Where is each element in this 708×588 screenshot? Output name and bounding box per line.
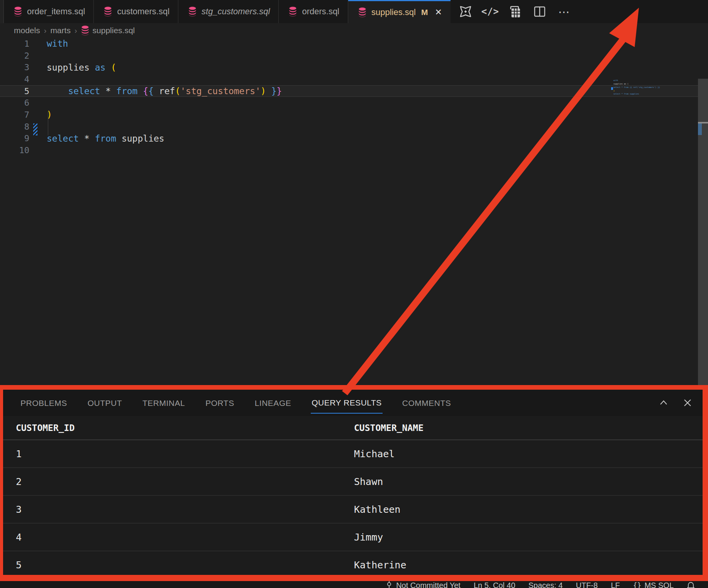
panel-tab-lineage[interactable]: LINEAGE xyxy=(254,392,292,413)
status-item-ms-sql[interactable]: {}MS SQL xyxy=(633,581,674,588)
panel-collapse-icon[interactable] xyxy=(659,398,669,408)
panel-tab-terminal[interactable]: TERMINAL xyxy=(142,392,186,413)
editor-actions: </>⋯ xyxy=(458,0,579,23)
code-line-9[interactable]: 9select * from supplies xyxy=(0,133,708,145)
breadcrumb-item-supplies[interactable]: supplies.sql xyxy=(81,25,135,35)
table-cell: 2 xyxy=(3,468,354,495)
database-icon xyxy=(188,7,196,17)
panel-tab-comments[interactable]: COMMENTS xyxy=(401,392,452,413)
editor-tab-supplies[interactable]: supplies.sqlM✕ xyxy=(348,0,451,23)
panel-actions xyxy=(659,390,693,416)
line-number: 2 xyxy=(0,51,29,61)
table-row[interactable]: 3Kathleen xyxy=(3,495,703,523)
line-number: 1 xyxy=(0,39,29,49)
line-content: select * from {{ ref('stg_customers') }} xyxy=(47,86,282,96)
line-number: 9 xyxy=(0,133,29,143)
editor-tabs: order_items.sql customers.sql stg_custom… xyxy=(4,0,451,23)
panel-tab-output[interactable]: OUTPUT xyxy=(87,392,123,413)
compiled-code-icon[interactable]: </> xyxy=(483,4,498,19)
database-icon xyxy=(14,7,22,17)
database-icon xyxy=(358,7,366,17)
more-actions-icon[interactable]: ⋯ xyxy=(557,4,572,19)
table-row[interactable]: 1Michael xyxy=(3,440,703,468)
code-line-8[interactable]: 8 xyxy=(0,121,708,133)
table-row[interactable]: 2Shawn xyxy=(3,468,703,495)
minimap[interactable]: withsupplies as (select * from {{ ref('s… xyxy=(611,79,696,103)
table-row[interactable]: 4Jimmy xyxy=(3,523,703,551)
line-number: 7 xyxy=(0,110,29,120)
breadcrumb-item-marts[interactable]: marts xyxy=(50,26,71,35)
database-icon xyxy=(104,7,112,17)
code-line-3[interactable]: 3supplies as ( xyxy=(0,61,708,73)
code-line-2[interactable]: 2 xyxy=(0,50,708,62)
code-line-7[interactable]: 7) xyxy=(0,109,708,121)
status-label: LF xyxy=(611,581,620,588)
code-line-4[interactable]: 4 xyxy=(0,73,708,85)
breadcrumb-separator: › xyxy=(44,26,47,35)
panel-tab-bar: PROBLEMSOUTPUTTERMINALPORTSLINEAGEQUERY … xyxy=(3,390,703,416)
code-line-10[interactable]: 10 xyxy=(0,144,708,156)
status-item-ln-5-col-40[interactable]: Ln 5, Col 40 xyxy=(474,581,515,588)
line-content: with xyxy=(47,39,68,49)
status-label: Ln 5, Col 40 xyxy=(474,581,515,588)
results-column-header: CUSTOMER_ID xyxy=(3,416,354,440)
minimap-line: select * from supplies xyxy=(613,93,639,95)
editor-tab-bar: order_items.sql customers.sql stg_custom… xyxy=(0,0,708,23)
breadcrumb-separator: › xyxy=(75,26,77,35)
table-cell: Kathleen xyxy=(354,495,703,523)
database-icon xyxy=(81,25,89,35)
status-item-spaces-4[interactable]: Spaces: 4 xyxy=(528,581,563,588)
modified-line-gutter-marker xyxy=(33,123,37,135)
panel-close-icon[interactable] xyxy=(683,398,693,408)
minimap-line: ) xyxy=(613,90,615,91)
results-header-row: CUSTOMER_IDCUSTOMER_NAME xyxy=(3,416,703,440)
results-column-header: CUSTOMER_NAME xyxy=(354,416,703,440)
split-editor-icon[interactable] xyxy=(532,4,547,19)
table-row[interactable]: 5Katherine xyxy=(3,551,703,575)
results-table: CUSTOMER_IDCUSTOMER_NAME 1Michael2Shawn3… xyxy=(3,416,703,575)
panel-tab-problems[interactable]: PROBLEMS xyxy=(20,392,68,413)
editor-tab-order_items[interactable]: order_items.sql xyxy=(4,0,94,23)
status-item-bell[interactable] xyxy=(687,581,695,588)
database-icon xyxy=(289,7,297,17)
code-editor[interactable]: 1with23supplies as (45 select * from {{ … xyxy=(0,38,708,385)
line-content: select * from supplies xyxy=(47,133,164,144)
line-number: 4 xyxy=(0,74,29,84)
status-item-utf-8[interactable]: UTF-8 xyxy=(576,581,598,588)
status-item-not-committed-yet[interactable]: Not Committed Yet xyxy=(385,581,461,588)
line-number: 5 xyxy=(0,86,29,96)
breadcrumb-item-models[interactable]: models xyxy=(14,26,40,35)
status-label: Not Committed Yet xyxy=(396,581,461,588)
status-item-lf[interactable]: LF xyxy=(611,581,620,588)
minimap-line: select * from {{ ref('stg_customers') }} xyxy=(613,86,660,88)
dbt-icon[interactable] xyxy=(458,4,473,19)
close-tab-icon[interactable]: ✕ xyxy=(435,7,442,17)
status-label: UTF-8 xyxy=(576,581,598,588)
panel-tab-ports[interactable]: PORTS xyxy=(205,392,235,413)
indent-guide xyxy=(48,111,48,135)
modified-badge: M xyxy=(421,8,428,17)
editor-tab-customers[interactable]: customers.sql xyxy=(94,0,178,23)
code-line-1[interactable]: 1with xyxy=(0,38,708,50)
line-number: 10 xyxy=(0,145,29,155)
vscode-window: order_items.sql customers.sql stg_custom… xyxy=(0,0,708,588)
editor-tab-orders[interactable]: orders.sql xyxy=(279,0,348,23)
tab-label: stg_customers.sql xyxy=(202,7,270,17)
table-cell: Jimmy xyxy=(354,523,703,551)
status-label: Spaces: 4 xyxy=(528,581,563,588)
breadcrumb-label: models xyxy=(14,26,40,35)
panel-tab-query-results[interactable]: QUERY RESULTS xyxy=(311,392,383,414)
minimap-line: supplies as ( xyxy=(613,83,628,84)
bell-icon xyxy=(687,581,695,588)
code-line-5[interactable]: 5 select * from {{ ref('stg_customers') … xyxy=(0,85,708,97)
minimap-line: with xyxy=(613,79,618,81)
line-number: 6 xyxy=(0,98,29,108)
editor-scrollbar[interactable] xyxy=(698,79,708,423)
breadcrumb-label: supplies.sql xyxy=(93,26,135,35)
line-number: 3 xyxy=(0,63,29,72)
table-cell: 5 xyxy=(3,551,354,575)
query-results-icon[interactable] xyxy=(508,4,522,19)
editor-tab-stg_customers[interactable]: stg_customers.sql xyxy=(178,0,279,23)
code-line-6[interactable]: 6 xyxy=(0,97,708,109)
bottom-panel: PROBLEMSOUTPUTTERMINALPORTSLINEAGEQUERY … xyxy=(3,390,703,575)
